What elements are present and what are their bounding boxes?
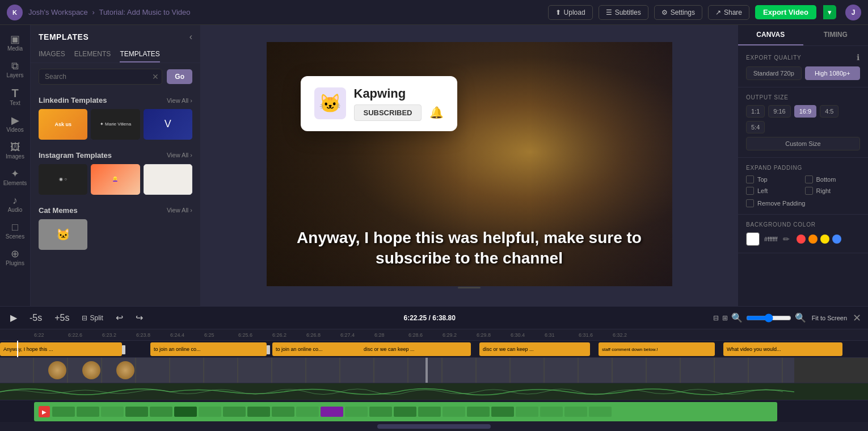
preset-color-orange[interactable]: [808, 235, 818, 244]
sub-segment-4[interactable]: disc or we can keep ...: [360, 342, 471, 356]
linkedin-template-3[interactable]: V: [144, 109, 192, 140]
timeline-time: 6:22.25 / 6:38.80: [152, 314, 707, 322]
segment-handle-1[interactable]: [122, 345, 125, 354]
play-button[interactable]: ▶: [7, 311, 20, 325]
tab-timing[interactable]: TIMING: [803, 25, 869, 45]
linkedin-template-2[interactable]: ✦ Marie Villena: [91, 109, 140, 140]
catmemes-view-all[interactable]: View All ›: [167, 207, 192, 214]
padding-top-check[interactable]: [746, 175, 754, 183]
size-9-16[interactable]: 9:16: [768, 105, 790, 118]
search-clear-button[interactable]: ✕: [152, 72, 159, 81]
size-16-9[interactable]: 16:9: [794, 105, 816, 118]
sub-segment-6[interactable]: staff comment down below.!: [599, 342, 715, 356]
export-button[interactable]: Export Video: [755, 5, 816, 19]
undo-button[interactable]: ↩: [112, 311, 127, 325]
minus5-button[interactable]: -5s: [26, 311, 45, 325]
audio-waveform-track[interactable]: [0, 383, 868, 400]
plus5-button[interactable]: +5s: [51, 311, 73, 325]
ruler-mark-11: 6:28.6: [408, 332, 443, 338]
instagram-template-2[interactable]: 👱‍♀️: [91, 164, 140, 195]
remove-padding-check[interactable]: [746, 199, 754, 207]
resize-handle[interactable]: [267, 286, 672, 290]
sidebar-item-images[interactable]: 🖼 Images: [0, 137, 30, 164]
padding-bottom[interactable]: Bottom: [805, 175, 861, 183]
sidebar-item-layers[interactable]: ⧉ Layers: [0, 56, 30, 83]
linkedin-view-all[interactable]: View All ›: [167, 97, 192, 104]
padding-bottom-check[interactable]: [805, 175, 813, 183]
ruler-mark-9: 6:27.4: [340, 332, 374, 338]
tracks-container[interactable]: Anyway, I hope this ... to join an onlin…: [0, 341, 868, 422]
sidebar-item-media[interactable]: ▣ Media: [0, 30, 30, 56]
remove-padding[interactable]: Remove Padding: [746, 199, 860, 207]
subtitles-button[interactable]: ☰ Subtitles: [599, 5, 648, 20]
sub-segment-5[interactable]: disc or we can keep ...: [479, 342, 590, 356]
redo-button[interactable]: ↪: [132, 311, 146, 325]
zoom-out-icon[interactable]: ⊟: [713, 314, 719, 322]
instagram-template-3[interactable]: [144, 164, 192, 195]
tab-templates[interactable]: TEMPLATES: [120, 47, 159, 62]
quality-options: Standard 720p High 1080p+: [746, 66, 860, 80]
canvas-area: 🐱 Kapwing SUBSCRIBED 🔔 Anyway, I hope th…: [201, 25, 738, 306]
sidebar-item-text[interactable]: T Text: [0, 83, 30, 111]
quality-standard[interactable]: Standard 720p: [746, 66, 802, 80]
instagram-view-all[interactable]: View All ›: [167, 152, 192, 158]
size-1-1[interactable]: 1:1: [746, 105, 765, 118]
upload-button[interactable]: ⬆ Upload: [548, 5, 593, 20]
padding-right[interactable]: Right: [805, 187, 861, 195]
tab-elements[interactable]: ELEMENTS: [74, 47, 111, 62]
music-track[interactable]: ▶: [0, 400, 868, 422]
sub-segment-1[interactable]: Anyway, I hope this ...: [0, 342, 122, 356]
panel-close-button[interactable]: ‹: [189, 32, 192, 42]
quality-high[interactable]: High 1080p+: [805, 66, 861, 80]
scroll-thumb[interactable]: [377, 424, 491, 429]
tab-images[interactable]: IMAGES: [39, 47, 65, 62]
sub-segment-2[interactable]: to join an online co...: [150, 342, 267, 356]
size-4-5[interactable]: 4:5: [820, 105, 838, 118]
settings-button[interactable]: ⚙ Settings: [654, 5, 702, 20]
subscribe-button[interactable]: SUBSCRIBED: [354, 104, 422, 121]
video-track[interactable]: [0, 358, 868, 383]
music-segment[interactable]: ▶: [34, 402, 777, 421]
sidebar-item-audio[interactable]: ♪ Audio: [0, 191, 30, 217]
segment-handle-2[interactable]: [267, 345, 270, 354]
avatar[interactable]: J: [845, 5, 861, 20]
preset-color-blue[interactable]: [832, 235, 841, 244]
sub-segment-7[interactable]: What video you would...: [723, 342, 842, 356]
size-5-4[interactable]: 5:4: [746, 121, 765, 133]
split-button[interactable]: ⊟Split: [78, 312, 106, 324]
sidebar-label-plugins: Plugins: [6, 260, 24, 266]
sidebar-item-plugins[interactable]: ⊕ Plugins: [0, 244, 30, 271]
preset-color-yellow[interactable]: [820, 235, 829, 244]
sidebar-label-layers: Layers: [6, 72, 23, 78]
search-go-button[interactable]: Go: [167, 69, 192, 84]
instagram-template-1[interactable]: ◉ ○: [39, 164, 87, 195]
sidebar-item-elements[interactable]: ✦ Elements: [0, 164, 30, 191]
panel-title: TEMPLATES: [39, 32, 89, 41]
preset-color-red[interactable]: [797, 235, 806, 244]
padding-left-check[interactable]: [746, 187, 754, 195]
share-button[interactable]: ↗ Share: [708, 5, 749, 20]
export-caret-button[interactable]: ▾: [823, 5, 836, 19]
ruler-mark-16: 6:31.6: [579, 332, 613, 338]
quality-info-icon[interactable]: ℹ: [857, 53, 860, 62]
padding-right-check[interactable]: [805, 187, 813, 195]
video-container[interactable]: 🐱 Kapwing SUBSCRIBED 🔔 Anyway, I hope th…: [267, 42, 672, 286]
tab-canvas[interactable]: CANVAS: [738, 25, 803, 45]
instagram-section-title: Instagram Templates: [39, 151, 112, 160]
padding-left[interactable]: Left: [746, 187, 802, 195]
color-edit-icon[interactable]: ✏: [783, 235, 790, 244]
search-input[interactable]: [39, 69, 162, 85]
timeline-close-button[interactable]: ✕: [853, 312, 861, 324]
linkedin-template-1[interactable]: Ask us: [39, 109, 87, 140]
sidebar-item-videos[interactable]: ▶ Videos: [0, 111, 30, 137]
custom-size-button[interactable]: Custom Size: [746, 137, 860, 150]
sidebar-item-scenes[interactable]: □ Scenes: [0, 217, 30, 244]
zoom-slider[interactable]: [746, 313, 791, 323]
padding-top[interactable]: Top: [746, 175, 802, 183]
color-swatch-white[interactable]: [746, 232, 760, 246]
fit-to-screen-button[interactable]: Fit to Screen: [812, 315, 847, 321]
timeline-scrollbar[interactable]: [0, 422, 868, 431]
workspace-link[interactable]: Josh's Workspace: [28, 8, 88, 16]
zoom-in-icon[interactable]: ⊞: [722, 314, 728, 322]
cat-meme-1[interactable]: 🐱: [39, 219, 87, 250]
